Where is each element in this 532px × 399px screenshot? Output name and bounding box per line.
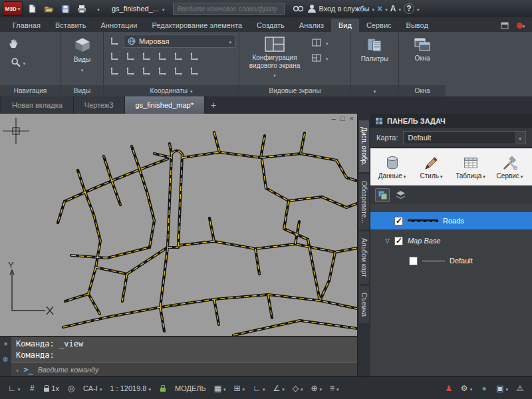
command-input-placeholder[interactable]: Введите команду: [38, 366, 99, 374]
search-binoculars-button[interactable]: [291, 2, 305, 15]
ucs-dropdown[interactable]: Мировая: [124, 35, 235, 48]
x-caret-icon[interactable]: [385, 5, 388, 13]
ortho-button[interactable]: ∟: [249, 380, 268, 396]
map-base-expander-icon[interactable]: [385, 237, 390, 244]
ucs-tool-button-7[interactable]: [123, 65, 138, 78]
panel-label-viewports[interactable]: Видовые экраны: [239, 85, 350, 96]
document-tab-2[interactable]: gs_finished_map*: [125, 96, 205, 114]
task-toolbar-button-1[interactable]: Стиль: [412, 150, 450, 184]
palettes-button[interactable]: Палитры: [358, 35, 392, 65]
layer-row-roads[interactable]: Roads: [370, 212, 532, 229]
signin-label[interactable]: Вход в службы: [319, 5, 369, 13]
trace-user-button[interactable]: ♟: [442, 380, 456, 396]
workspace-gear-button[interactable]: ⚙: [458, 380, 475, 396]
plot-button[interactable]: [74, 2, 89, 15]
map-select[interactable]: Default: [403, 131, 527, 144]
ribbon-tab-6[interactable]: Вид: [331, 19, 359, 32]
infocenter-search[interactable]: [173, 3, 285, 15]
ucs-tool-button-6[interactable]: [107, 65, 122, 78]
windows-button[interactable]: Окна: [410, 35, 434, 65]
qat-overflow-button[interactable]: [91, 2, 106, 15]
display-manager-button[interactable]: [375, 188, 390, 202]
autodesk-x-icon[interactable]: ×: [377, 4, 382, 13]
grid-display-button[interactable]: ▦: [211, 380, 229, 396]
views-button[interactable]: Виды: [70, 35, 94, 75]
default-checkbox[interactable]: [409, 257, 418, 265]
task-pane-side-tab-2[interactable]: Альбом карт: [359, 231, 369, 284]
ucs-tool-button-2[interactable]: [139, 50, 154, 63]
named-viewports-button[interactable]: [309, 36, 324, 49]
ucs-tool-button-1[interactable]: [123, 50, 138, 63]
save-button[interactable]: [58, 2, 72, 15]
ribbon-tab-3[interactable]: Редактирование элемента: [145, 19, 250, 32]
scale-lock-button[interactable]: [156, 380, 170, 396]
drawing-viewport[interactable]: Y – □ ×: [0, 114, 357, 336]
signin-caret-icon[interactable]: [372, 5, 375, 13]
a-caret-icon[interactable]: [398, 5, 401, 13]
ribbon-tab-1[interactable]: Вставить: [48, 19, 94, 32]
ucs-world-button[interactable]: [107, 35, 122, 48]
ucs-tool-button-11[interactable]: [187, 65, 201, 78]
panel-label-views[interactable]: Виды: [61, 85, 103, 96]
coordinates-launcher-icon[interactable]: [190, 87, 193, 94]
status-ok-dot[interactable]: ●: [477, 380, 491, 396]
task-toolbar-button-2[interactable]: Таблица: [452, 150, 489, 184]
roads-checkbox[interactable]: [394, 217, 403, 225]
help-button[interactable]: ?: [404, 3, 414, 14]
command-close-button[interactable]: ×: [4, 340, 8, 348]
panel-label-coordinates[interactable]: Координаты: [104, 85, 239, 96]
zoom-button[interactable]: [3, 54, 33, 71]
lineweight-button[interactable]: ≡: [327, 380, 342, 396]
object-snap-button[interactable]: ⊕: [307, 380, 325, 396]
ucs-tool-button-5[interactable]: [187, 50, 201, 63]
ribbon-tab-8[interactable]: Вывод: [399, 19, 436, 32]
ribbon-tab-4[interactable]: Создать: [249, 19, 292, 32]
autodesk-a-icon[interactable]: A: [390, 4, 396, 13]
ribbon-display-toggle-button[interactable]: [499, 20, 511, 31]
isolate-warning-button[interactable]: ⚠: [513, 380, 527, 396]
task-pane-side-tab-0[interactable]: Дисп. отобр.: [359, 120, 369, 172]
search-input[interactable]: [177, 5, 281, 13]
ribbon-tab-5[interactable]: Анализ: [292, 19, 331, 32]
panel-label-windows[interactable]: Окна: [399, 85, 446, 96]
viewport-config-button[interactable]: Конфигурация видового экрана: [243, 35, 307, 81]
isodraft-button[interactable]: ◇: [289, 380, 307, 396]
ucs-tool-button-0[interactable]: [107, 50, 122, 63]
layer-row-default[interactable]: Default: [370, 252, 532, 269]
task-toolbar-button-0[interactable]: Данные: [373, 150, 411, 184]
map-base-checkbox[interactable]: [394, 237, 403, 245]
new-file-button[interactable]: [25, 2, 39, 15]
task-toolbar-button-3[interactable]: Сервис: [491, 150, 529, 184]
join-viewports-button[interactable]: [309, 51, 324, 65]
layer-row-map-base[interactable]: Map Base: [370, 232, 532, 249]
drawing-close-button[interactable]: ×: [350, 114, 354, 122]
coordinate-system-button[interactable]: CA-I: [80, 380, 106, 396]
snap-mode-button[interactable]: ⊞: [231, 380, 249, 396]
ucs-tool-button-3[interactable]: [155, 50, 170, 63]
drawing-minimize-button[interactable]: –: [332, 114, 336, 122]
document-tab-0[interactable]: Новая вкладка: [1, 96, 74, 114]
map-scale-button[interactable]: 1 : 12019.8: [106, 380, 154, 396]
ribbon-tab-2[interactable]: Аннотации: [94, 19, 145, 32]
communication-center-button[interactable]: [515, 20, 527, 31]
geo-status-button[interactable]: ◎: [64, 380, 78, 396]
viewport-scale-button[interactable]: 1x: [41, 380, 63, 396]
ui-overflow-button[interactable]: ▣: [493, 380, 511, 396]
command-input-row[interactable]: >_ Введите команду: [11, 362, 357, 376]
ribbon-tab-7[interactable]: Сервис: [359, 19, 399, 32]
task-pane-side-tab-3[interactable]: Съемка: [359, 286, 369, 323]
help-caret-icon[interactable]: [417, 5, 420, 13]
polar-tracking-button[interactable]: ∠: [269, 380, 287, 396]
ribbon-tab-0[interactable]: Главная: [5, 19, 48, 32]
pan-button[interactable]: [3, 35, 23, 52]
ucs-tool-button-8[interactable]: [139, 65, 154, 78]
panel-label-palettes[interactable]: [351, 85, 398, 96]
join-viewports-caret-icon[interactable]: [326, 54, 329, 62]
drafting-settings-button[interactable]: ∟: [5, 380, 23, 396]
new-drawing-tab-button[interactable]: +: [205, 96, 222, 114]
open-file-button[interactable]: [41, 2, 56, 15]
command-history[interactable]: Команда: _viewКоманда:: [11, 337, 357, 362]
ucs-tool-button-4[interactable]: [171, 50, 186, 63]
layer-groups-button[interactable]: [393, 188, 408, 202]
ucs-tool-button-10[interactable]: [171, 65, 186, 78]
